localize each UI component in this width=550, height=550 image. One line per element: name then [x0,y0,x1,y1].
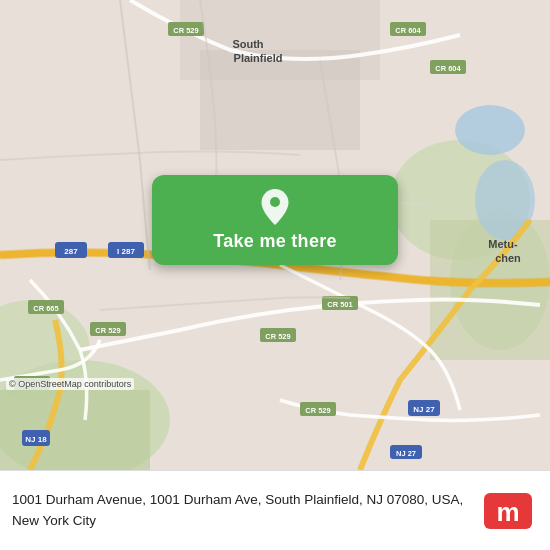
svg-text:Plainfield: Plainfield [234,52,283,64]
svg-text:CR 501: CR 501 [327,300,352,309]
svg-text:NJ 27: NJ 27 [413,405,435,414]
svg-text:CR 529: CR 529 [173,26,198,35]
svg-text:Metu-: Metu- [488,238,518,250]
svg-point-7 [455,105,525,155]
address-text: 1001 Durham Avenue, 1001 Durham Ave, Sou… [12,490,478,531]
map-container: 287 I 287 NJ 27 NJ 18 CR 529 CR 604 CR 6… [0,0,550,470]
osm-attribution: © OpenStreetMap contributors [6,378,134,390]
moovit-logo-icon: m [482,491,534,531]
take-me-there-label: Take me there [213,231,337,252]
location-pin-icon [260,189,290,225]
svg-text:NJ 18: NJ 18 [25,435,47,444]
svg-text:CR 665: CR 665 [33,304,58,313]
svg-text:CR 604: CR 604 [395,26,421,35]
svg-rect-10 [200,50,360,150]
bottom-bar: 1001 Durham Avenue, 1001 Durham Ave, Sou… [0,470,550,550]
svg-text:I 287: I 287 [117,247,135,256]
svg-text:CR 529: CR 529 [265,332,290,341]
svg-text:CR 529: CR 529 [305,406,330,415]
svg-text:CR 604: CR 604 [435,64,461,73]
svg-text:South: South [232,38,263,50]
svg-point-43 [270,197,280,207]
svg-text:chen: chen [495,252,521,264]
svg-text:287: 287 [64,247,78,256]
svg-text:CR 529: CR 529 [95,326,120,335]
address-block: 1001 Durham Avenue, 1001 Durham Ave, Sou… [12,490,478,531]
take-me-there-button[interactable]: Take me there [152,175,398,265]
svg-text:NJ 27: NJ 27 [396,449,416,458]
moovit-logo: m [478,486,538,536]
svg-text:m: m [496,497,519,527]
svg-rect-3 [0,390,150,470]
